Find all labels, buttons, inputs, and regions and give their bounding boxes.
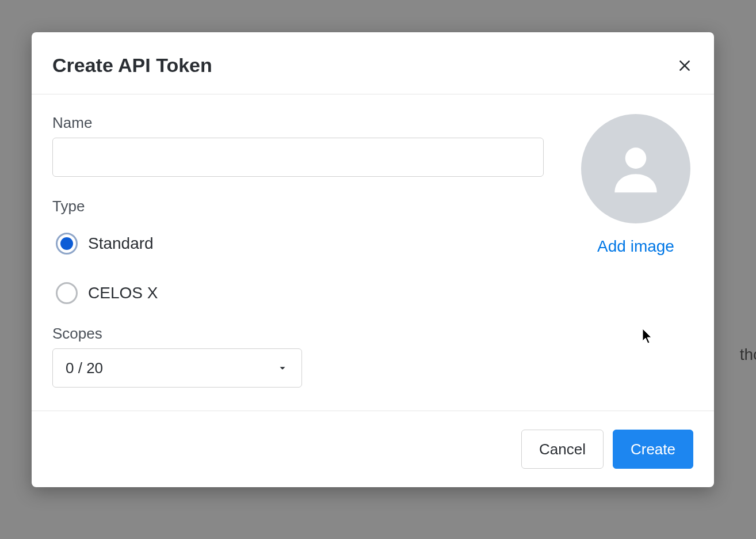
background-text: thor: [740, 346, 756, 364]
user-icon: [604, 137, 667, 200]
radio-label-standard: Standard: [88, 234, 154, 253]
create-api-token-modal: Create API Token Name Type: [32, 32, 714, 487]
add-image-link[interactable]: Add image: [597, 237, 674, 256]
form-column: Name Type Standard CELOS X: [52, 114, 544, 388]
name-field-group: Name: [52, 114, 544, 177]
modal-header: Create API Token: [32, 32, 714, 94]
modal-footer: Cancel Create: [32, 411, 714, 487]
name-label: Name: [52, 114, 544, 132]
scopes-value: 0 / 20: [66, 359, 103, 377]
create-button[interactable]: Create: [613, 430, 693, 469]
radio-circle-icon: [56, 282, 78, 304]
radio-option-celosx[interactable]: CELOS X: [56, 282, 544, 304]
close-icon: [677, 58, 692, 73]
type-radio-group: Standard CELOS X: [52, 221, 544, 304]
radio-option-standard[interactable]: Standard: [56, 233, 544, 255]
modal-body: Name Type Standard CELOS X: [32, 94, 714, 411]
avatar-placeholder: [581, 114, 690, 223]
radio-circle-icon: [56, 233, 78, 255]
chevron-down-icon: [276, 362, 289, 374]
name-input[interactable]: [52, 138, 544, 177]
scopes-label: Scopes: [52, 325, 544, 343]
scopes-select[interactable]: 0 / 20: [52, 348, 302, 388]
svg-point-2: [625, 147, 647, 169]
image-column: Add image: [578, 114, 693, 388]
radio-dot-icon: [60, 237, 73, 250]
modal-title: Create API Token: [52, 54, 212, 77]
scopes-field-group: Scopes 0 / 20: [52, 325, 544, 388]
type-field-group: Type Standard CELOS X: [52, 198, 544, 304]
type-label: Type: [52, 198, 544, 215]
radio-label-celosx: CELOS X: [88, 284, 158, 302]
cancel-button[interactable]: Cancel: [521, 430, 604, 469]
close-button[interactable]: [676, 57, 693, 74]
